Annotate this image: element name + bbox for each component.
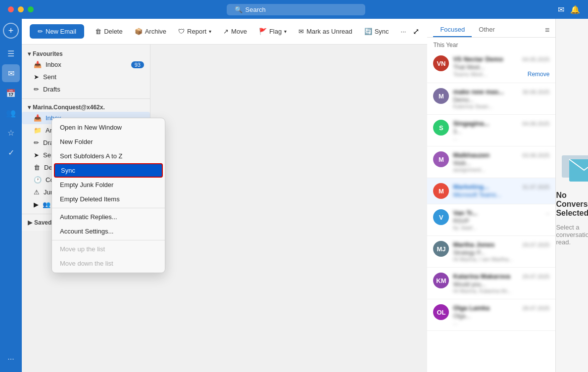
avatar: OL <box>433 304 449 320</box>
email-subject: Microsoft Teams... <box>453 191 549 198</box>
sidebar-icon-people[interactable]: 👥 <box>2 104 20 122</box>
content-area: Focused Other ≡ This Year VN VS Nectar D… <box>427 19 588 372</box>
new-email-button[interactable]: ✏ New Email <box>30 24 84 39</box>
bell-icon[interactable]: 🔔 <box>570 5 580 14</box>
avatar: M <box>433 183 449 199</box>
email-date: 04.08.2025 <box>522 121 549 127</box>
flag-icon: 🚩 <box>259 28 267 35</box>
list-item[interactable]: S Singagina... 04.08.2025 3... ... <box>427 115 555 146</box>
email-subject: Olga... <box>453 313 549 320</box>
trash-icon-2: 🗑 <box>34 164 40 171</box>
email-preview: Teams Meet... <box>453 71 487 77</box>
email-subject: That Meet... <box>453 64 549 71</box>
email-sender: Martha Jones <box>453 241 494 248</box>
mark-unread-button[interactable]: ✉ Mark as Unread <box>294 25 357 38</box>
avatar: KM <box>433 273 449 288</box>
avatar: M <box>433 88 449 104</box>
avatar: V <box>433 209 449 225</box>
email-preview: ... <box>453 320 549 326</box>
list-item[interactable]: M Malkhauzen 03.08.2025 Walk... assignme… <box>427 146 555 178</box>
email-subject: 3... <box>453 128 549 135</box>
flag-caret: ▾ <box>284 29 287 34</box>
context-menu-move-up: Move up the list <box>52 242 165 256</box>
archive-toolbar-button[interactable]: 📦 Archive <box>130 25 171 38</box>
avatar: VN <box>433 55 449 71</box>
titlebar-left <box>8 6 34 12</box>
email-item-content: VS Nectar Demo 04.05.2025 That Meet... T… <box>453 55 549 78</box>
favourites-section: ▾ Favourites <box>22 48 150 58</box>
compose-icon[interactable]: ✉ <box>558 5 564 14</box>
chevron-down-icon-2: ▾ <box>28 104 31 111</box>
tab-other[interactable]: Other <box>472 23 502 37</box>
email-list: This Year VN VS Nectar Demo 04.05.2025 T… <box>427 38 555 372</box>
list-item[interactable]: MJ Martha Jones 29.07.2025 Strategy P...… <box>427 236 555 268</box>
inbox-badge: 93 <box>131 61 144 68</box>
context-menu-empty-junk[interactable]: Empty Junk Folder <box>52 178 165 192</box>
sidebar-icon-more[interactable]: ··· <box>2 350 20 368</box>
search-bar[interactable]: 🔍 Search <box>227 4 365 15</box>
trash-icon: 🗑 <box>95 28 101 35</box>
avatar: S <box>433 120 449 136</box>
move-button[interactable]: ↗ Move <box>218 25 252 38</box>
envelope-icon: ✉ <box>298 28 304 35</box>
email-preview: Hi Marina, I am Martha... <box>453 256 549 262</box>
report-caret: ▾ <box>209 29 211 34</box>
context-menu: Open in New Window New Folder Sort Subfo… <box>51 118 165 273</box>
sidebar-icon-mail[interactable]: ✉ <box>2 64 20 82</box>
sidebar-icon-calendar[interactable]: 📅 <box>2 84 20 102</box>
email-item-content: Malkhauzen 03.08.2025 Walk... assignment… <box>453 151 549 173</box>
remove-link[interactable]: Remove <box>528 71 550 78</box>
list-item[interactable]: OL Olga Lamka 28.07.2025 Olga... ... <box>427 299 555 331</box>
email-subject: Demo... <box>453 96 549 103</box>
titlebar-right: ✉ 🔔 <box>558 5 580 14</box>
email-tabs: Focused Other ≡ <box>427 19 555 38</box>
history-icon: 🕐 <box>34 176 42 184</box>
email-date: 29.07.2025 <box>522 242 549 248</box>
report-button[interactable]: 🛡 Report ▾ <box>173 25 216 38</box>
sync-button[interactable]: 🔄 Sync <box>359 25 394 38</box>
tab-focused[interactable]: Focused <box>433 23 472 37</box>
email-subject: RSVP <box>453 218 549 225</box>
traffic-light-minimize[interactable] <box>18 6 24 12</box>
sidebar-divider-1 <box>22 98 150 99</box>
context-menu-sort-subfolders[interactable]: Sort Subfolders A to Z <box>52 149 165 163</box>
archive-icon-2: 📁 <box>34 127 42 134</box>
list-item[interactable]: KM Katarina Makarova 29.07.2025 Would yo… <box>427 268 555 299</box>
avatar: MJ <box>433 241 449 257</box>
email-subject: Would you... <box>453 281 549 288</box>
list-item[interactable]: V Van Tr... -- RSVP by Jaad... <box>427 204 555 236</box>
list-item[interactable]: VN VS Nectar Demo 04.05.2025 That Meet..… <box>427 50 555 83</box>
context-menu-account-settings[interactable]: Account Settings... <box>52 224 165 238</box>
sent-icon: ➤ <box>34 73 39 81</box>
sidebar-item-drafts-fav[interactable]: ✏ Drafts <box>22 83 150 95</box>
sidebar-item-sent-fav[interactable]: ➤ Sent <box>22 71 150 83</box>
context-menu-new-folder[interactable]: New Folder <box>52 135 165 149</box>
context-menu-auto-replies[interactable]: Automatic Replies... <box>52 210 165 224</box>
reading-pane: No Conversation Selected Select a conver… <box>556 19 588 372</box>
email-sender: Malkhauzen <box>453 151 490 159</box>
traffic-light-maximize[interactable] <box>28 6 34 12</box>
flag-button[interactable]: 🚩 Flag ▾ <box>254 25 292 38</box>
filter-icon[interactable]: ≡ <box>545 26 549 35</box>
context-menu-empty-deleted[interactable]: Empty Deleted Items <box>52 192 165 206</box>
account-section: ▾ Marina.Conquest@x462x. <box>22 102 150 112</box>
delete-button[interactable]: 🗑 Delete <box>90 25 128 38</box>
add-account-button[interactable]: + <box>3 23 19 39</box>
sent-icon-2: ➤ <box>34 151 39 159</box>
sidebar-item-inbox-fav[interactable]: 📥 Inbox 93 <box>22 58 150 71</box>
traffic-light-close[interactable] <box>8 6 14 12</box>
list-item[interactable]: M make new mas... 30.08.2025 Demo... Kat… <box>427 83 555 115</box>
context-menu-sync[interactable]: Sync <box>54 163 163 178</box>
context-menu-open-new-window[interactable]: Open in New Window <box>52 120 165 135</box>
sidebar-icon-star[interactable]: ☆ <box>2 124 20 141</box>
context-menu-move-down: Move down the list <box>52 256 165 271</box>
email-item-content: Olga Lamka 28.07.2025 Olga... ... <box>453 304 549 326</box>
list-item[interactable]: M Marketing... 31.07.2025 Microsoft Team… <box>427 178 555 204</box>
sidebar-icon-tasks[interactable]: ✓ <box>2 143 20 161</box>
expand-button[interactable]: ⤢ <box>413 27 419 36</box>
email-item-content: Singagina... 04.08.2025 3... ... <box>453 120 549 141</box>
email-date: 28.07.2025 <box>522 305 549 311</box>
more-options-button[interactable]: ··· <box>396 25 411 38</box>
email-sender: Katarina Makarova <box>453 273 510 280</box>
sidebar-icon-hamburger[interactable]: ☰ <box>2 45 20 62</box>
